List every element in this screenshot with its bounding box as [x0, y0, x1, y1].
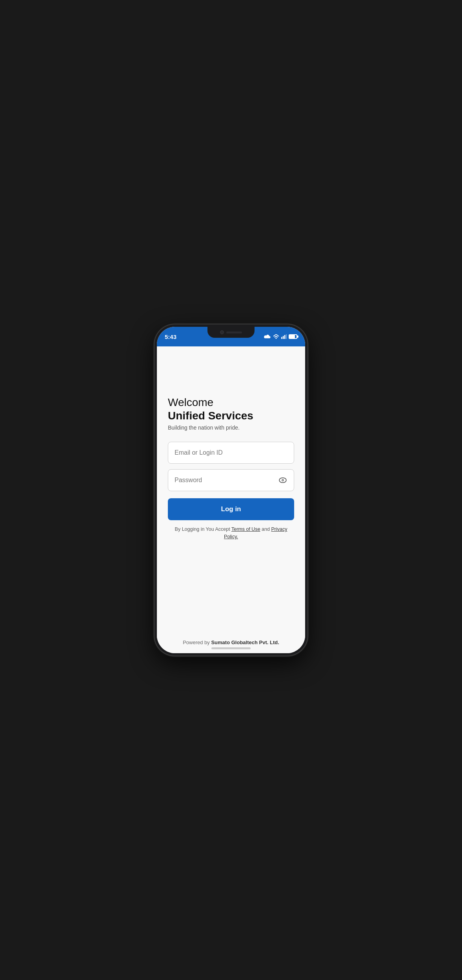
phone-frame: 5:43 [155, 324, 307, 656]
welcome-section: Welcome Unified Services Building the na… [168, 396, 294, 431]
svg-rect-0 [281, 337, 282, 339]
signal-icon [281, 334, 287, 339]
cloud-icon [263, 334, 271, 339]
svg-rect-3 [286, 334, 287, 339]
login-button[interactable]: Log in [168, 498, 294, 520]
terms-prefix: By Logging in You Accept [175, 526, 231, 532]
camera [220, 330, 224, 334]
svg-point-6 [282, 480, 284, 481]
terms-of-use-link[interactable]: Terms of Use [231, 526, 260, 532]
terms-text: By Logging in You Accept Terms of Use an… [168, 526, 294, 541]
notch [207, 327, 255, 338]
powered-prefix: Powered by [183, 639, 211, 645]
wifi-icon [273, 334, 279, 339]
svg-rect-2 [284, 335, 286, 339]
welcome-greeting: Welcome [168, 396, 294, 409]
powered-by: Powered by Sumato Globaltech Pvt. Ltd. [168, 639, 294, 653]
app-name: Unified Services [168, 409, 294, 423]
main-content: Welcome Unified Services Building the na… [157, 346, 305, 653]
password-wrapper [168, 469, 294, 491]
eye-icon [278, 477, 287, 483]
battery-icon [289, 334, 297, 339]
speaker [226, 332, 242, 333]
company-name: Sumato Globaltech Pvt. Ltd. [211, 639, 279, 645]
home-indicator [211, 647, 251, 649]
terms-middle: and [260, 526, 271, 532]
email-input[interactable] [168, 442, 294, 464]
form-section [168, 442, 294, 491]
svg-rect-1 [283, 336, 284, 339]
screen: 5:43 [157, 327, 305, 653]
toggle-password-button[interactable] [277, 475, 289, 485]
status-time: 5:43 [165, 333, 176, 340]
tagline: Building the nation with pride. [168, 424, 294, 431]
status-icons [263, 334, 297, 339]
password-input[interactable] [168, 469, 294, 491]
status-bar: 5:43 [157, 327, 305, 346]
